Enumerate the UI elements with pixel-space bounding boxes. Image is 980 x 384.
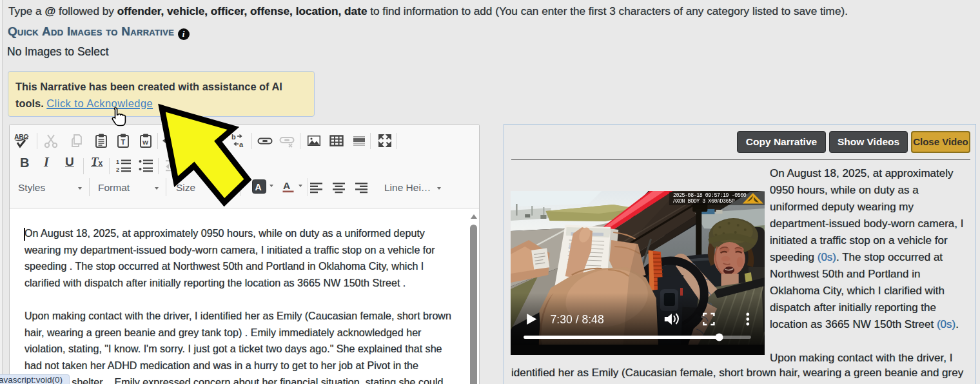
svg-text:7:30 / 8:48: 7:30 / 8:48 <box>550 313 603 326</box>
svg-text:AXON BODY 3 X60AD365P: AXON BODY 3 X60AD365P <box>673 199 735 205</box>
svg-text:2: 2 <box>116 167 119 173</box>
svg-text:T: T <box>121 138 126 146</box>
svg-text:2025-08-18 09:57:19 -0500: 2025-08-18 09:57:19 -0500 <box>673 193 747 199</box>
svg-text:A: A <box>283 180 290 191</box>
svg-text:1: 1 <box>116 159 119 165</box>
svg-text:ABC: ABC <box>14 133 28 141</box>
